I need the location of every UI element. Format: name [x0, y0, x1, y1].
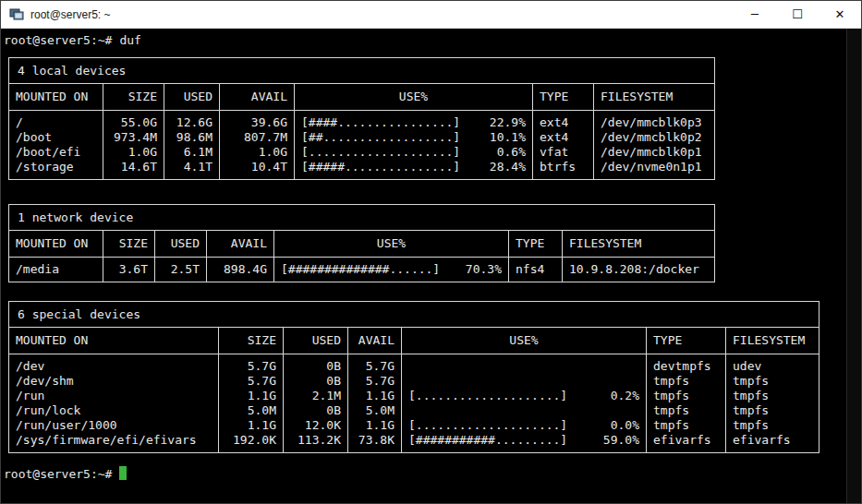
column-header-size: SIZE: [103, 231, 155, 258]
cell-used: 4.1T: [164, 160, 220, 179]
terminal-screen[interactable]: root@server5:~#duf 4 local devices MOUNT…: [1, 29, 861, 503]
cell-avail: 807.7M: [220, 130, 295, 145]
cell-use-pct: [###########.........]59.0%: [402, 433, 647, 452]
cell-size: 3.6T: [103, 258, 155, 282]
cell-filesystem: tmpfs: [726, 374, 819, 389]
usage-bar: [....................]: [301, 145, 460, 160]
cell-avail: 1.1G: [348, 418, 402, 433]
column-header-used: USED: [164, 84, 220, 111]
table-row: /sys/firmware/efi/efivars 192.0K 113.2K …: [9, 433, 819, 452]
shell-prompt-line: root@server5:~#duf: [4, 32, 861, 48]
cell-use-pct: [402, 374, 647, 389]
column-header-filesystem: FILESYSTEM: [563, 231, 714, 258]
cell-use-pct: [....................]0.2%: [402, 389, 647, 403]
usage-bar: [####................]: [301, 115, 460, 130]
usage-percent: 22.9%: [490, 115, 526, 130]
cell-use-pct: [#####...............]28.4%: [295, 160, 533, 179]
table-row: /media 3.6T 2.5T 898.4G [##############.…: [9, 258, 714, 282]
column-header-type: TYPE: [509, 231, 563, 258]
cell-use-pct: [####................]22.9%: [295, 111, 533, 130]
cell-mounted-on: /run: [9, 389, 219, 403]
usage-percent: 10.1%: [490, 130, 526, 145]
cell-type: ext4: [533, 111, 594, 130]
column-header-type: TYPE: [647, 328, 726, 354]
table-title: 4 local devices: [9, 58, 714, 84]
cell-size: 192.0K: [219, 433, 284, 452]
cell-avail: 5.7G: [348, 354, 402, 374]
window-title: root@server5: ~: [30, 8, 111, 21]
cell-filesystem: /dev/mmcblk0p1: [594, 145, 714, 160]
cell-filesystem: tmpfs: [726, 418, 819, 433]
cell-mounted-on: /run/user/1000: [9, 418, 219, 433]
cell-filesystem: /dev/mmcblk0p2: [594, 130, 714, 145]
cell-use-pct: [##############......]70.3%: [274, 258, 509, 282]
column-header-filesystem: FILESYSTEM: [726, 328, 819, 354]
column-header-used: USED: [155, 231, 207, 258]
cell-used: 2.1M: [284, 389, 348, 403]
usage-bar: [....................]: [408, 418, 567, 433]
cell-filesystem: tmpfs: [726, 403, 819, 418]
terminal-window: root@server5: ~ ─ ☐ ✕ root@server5:~#duf…: [0, 0, 862, 504]
cell-used: 2.5T: [155, 258, 207, 282]
shell-prompt-line: root@server5:~#: [4, 466, 861, 482]
cell-size: 5.0M: [219, 403, 284, 418]
cell-size: 973.4M: [103, 130, 164, 145]
column-header-size: SIZE: [219, 328, 284, 354]
usage-percent: 0.2%: [611, 389, 639, 403]
usage-percent: 59.0%: [603, 433, 639, 448]
cell-filesystem: /dev/nvme0n1p1: [594, 160, 714, 179]
cell-avail: 5.7G: [348, 374, 402, 389]
shell-command: duf: [119, 33, 140, 47]
cell-used: 0B: [284, 354, 348, 374]
minimize-button[interactable]: ─: [734, 1, 776, 28]
column-header-use-pct: USE%: [402, 328, 647, 354]
cell-filesystem: tmpfs: [726, 389, 819, 403]
terminal-scrollbar[interactable]: [846, 29, 861, 503]
table-row: /run/lock 5.0M 0B 5.0M tmpfs tmpfs: [9, 403, 819, 418]
cell-used: 98.6M: [164, 130, 220, 145]
table-row: /dev/shm 5.7G 0B 5.7G tmpfs tmpfs: [9, 374, 819, 389]
cell-type: nfs4: [509, 258, 563, 282]
close-button[interactable]: ✕: [819, 1, 861, 28]
usage-percent: 0.0%: [611, 418, 639, 433]
cell-mounted-on: /run/lock: [9, 403, 219, 418]
cell-mounted-on: /media: [9, 258, 103, 282]
cell-mounted-on: /sys/firmware/efi/efivars: [9, 433, 219, 452]
table-row: /boot 973.4M 98.6M 807.7M [##...........…: [9, 130, 714, 145]
column-header-avail: AVAIL: [207, 231, 274, 258]
duf-special-devices-table: 6 special devices MOUNTED ON SIZE USED A…: [8, 301, 820, 453]
cell-mounted-on: /dev: [9, 354, 219, 374]
table-row: / 55.0G 12.6G 39.6G [####...............…: [9, 111, 714, 130]
cell-used: 12.0K: [284, 418, 348, 433]
cell-size: 5.7G: [219, 374, 284, 389]
table-header-row: MOUNTED ON SIZE USED AVAIL USE% TYPE FIL…: [9, 231, 714, 258]
duf-local-devices-table: 4 local devices MOUNTED ON SIZE USED AVA…: [8, 57, 715, 180]
usage-percent: 28.4%: [490, 160, 526, 174]
column-header-avail: AVAIL: [220, 84, 295, 111]
column-header-used: USED: [284, 328, 348, 354]
cell-avail: 1.0G: [220, 145, 295, 160]
table-row: /dev 5.7G 0B 5.7G devtmpfs udev: [9, 354, 819, 374]
title-bar[interactable]: root@server5: ~ ─ ☐ ✕: [1, 1, 861, 29]
column-header-use-pct: USE%: [295, 84, 533, 111]
terminal-cursor: [119, 466, 127, 480]
usage-bar: [##############......]: [281, 262, 440, 277]
table-title: 1 network device: [9, 205, 714, 231]
maximize-button[interactable]: ☐: [776, 1, 819, 28]
cell-filesystem: efivarfs: [726, 433, 819, 452]
cell-use-pct: [....................]0.6%: [295, 145, 533, 160]
usage-bar: [###########.........]: [408, 433, 567, 448]
table-body: /dev 5.7G 0B 5.7G devtmpfs udev /dev/shm…: [9, 354, 819, 452]
cell-use-pct: [....................]0.0%: [402, 418, 647, 433]
shell-prompt: root@server5:~#: [4, 33, 112, 47]
table-row: /boot/efi 1.0G 6.1M 1.0G [..............…: [9, 145, 714, 160]
cell-avail: 5.0M: [348, 403, 402, 418]
cell-used: 0B: [284, 374, 348, 389]
cell-mounted-on: /dev/shm: [9, 374, 219, 389]
table-row: /storage 14.6T 4.1T 10.4T [#####........…: [9, 160, 714, 179]
cell-used: 113.2K: [284, 433, 348, 452]
column-header-size: SIZE: [103, 84, 164, 111]
cell-size: 1.1G: [219, 418, 284, 433]
table-title: 6 special devices: [9, 302, 819, 328]
table-body: /media 3.6T 2.5T 898.4G [##############.…: [9, 258, 714, 282]
